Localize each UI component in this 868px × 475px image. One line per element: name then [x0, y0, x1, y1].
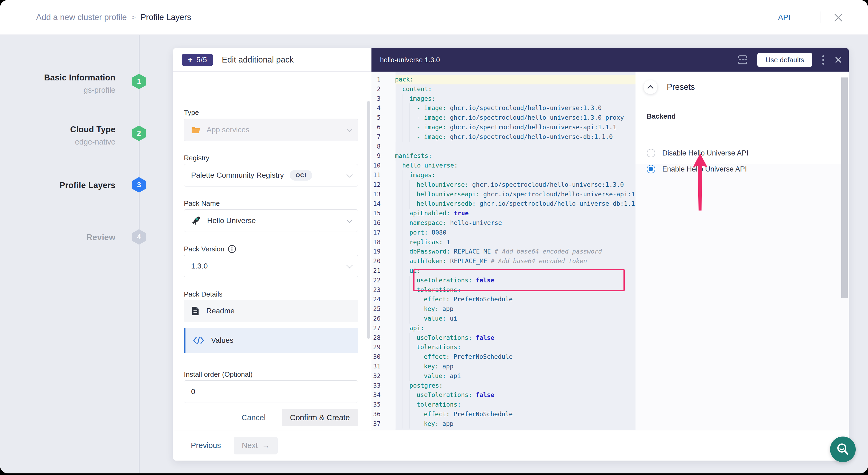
more-options-icon[interactable] [821, 54, 825, 66]
line-content: ui: [388, 266, 636, 276]
line-content: effect: PreferNoSchedule [388, 295, 636, 304]
line-content: useTolerations: false [388, 390, 636, 400]
diff-view-icon[interactable] [737, 54, 748, 65]
type-select[interactable]: App services [184, 119, 358, 141]
plus-icon: + [188, 55, 193, 64]
code-line-21: 21ui: [371, 266, 636, 276]
api-link[interactable]: API [778, 0, 790, 35]
line-number: 17 [371, 228, 388, 238]
code-line-34: 34useTolerations: false [371, 390, 636, 400]
step-title: Basic Information [14, 73, 116, 83]
radio-selected-icon[interactable] [647, 165, 655, 173]
pack-details-label: Pack Details [184, 290, 223, 298]
wizard-footer: Previous Next → [173, 430, 849, 461]
line-content: effect: PreferNoSchedule [388, 410, 636, 419]
code-line-2: 2content: [371, 85, 636, 94]
collapse-presets-button[interactable] [644, 80, 657, 94]
line-number: 7 [371, 132, 388, 142]
wizard-stepper: Basic Informationgs-profile1Cloud Typeed… [0, 35, 173, 473]
code-line-33: 33postgres: [371, 381, 636, 390]
line-content: images: [388, 170, 636, 180]
breadcrumb-parent-link[interactable]: Add a new cluster profile [36, 12, 127, 22]
code-line-27: 27api: [371, 323, 636, 333]
line-content: hellouniverse: ghcr.io/spectrocloud/hell… [388, 180, 636, 190]
code-line-26: 26value: ui [371, 314, 636, 323]
yaml-editor[interactable]: 1pack:2content:3images:4- image: ghcr.io… [371, 72, 636, 430]
code-line-28: 28useTolerations: false [371, 333, 636, 343]
pack-version-value: 1.3.0 [191, 262, 208, 271]
line-content: tolerations: [388, 285, 636, 295]
line-content: tolerations: [388, 400, 636, 410]
pack-name-select[interactable]: Hello Universe [184, 210, 358, 232]
pack-version-label-text: Pack Version [184, 245, 224, 253]
registry-select[interactable]: Palette Community Registry OCI [184, 164, 358, 187]
line-number: 3 [371, 94, 388, 104]
line-content: key: app [388, 362, 636, 371]
install-order-input[interactable] [184, 380, 358, 403]
line-number: 13 [371, 190, 388, 199]
line-content: apiEnabled: true [388, 209, 636, 218]
use-defaults-button[interactable]: Use defaults [757, 53, 812, 67]
line-number: 15 [371, 209, 388, 218]
form-scrollbar[interactable] [367, 101, 370, 339]
code-line-32: 32value: api [371, 371, 636, 381]
code-line-3: 3images: [371, 94, 636, 104]
chevron-down-icon [347, 262, 353, 268]
form-header: + 5/5 Edit additional pack [173, 48, 371, 72]
pack-version-select[interactable]: 1.3.0 [184, 255, 358, 277]
pack-form: Type App services Registry Palette Commu… [173, 72, 371, 405]
line-content: - image: ghcr.io/spectrocloud/hello-univ… [388, 103, 636, 113]
code-line-15: 15apiEnabled: true [371, 209, 636, 218]
presets-panel: Presets Backend Disable Hello Universe A… [636, 72, 849, 430]
close-editor-icon[interactable] [834, 56, 842, 64]
tab-values[interactable]: Values [184, 328, 358, 353]
info-icon[interactable] [228, 245, 236, 253]
line-number: 26 [371, 314, 388, 323]
line-number: 10 [371, 161, 388, 170]
pack-count-badge: + 5/5 [182, 54, 213, 66]
line-content: pack: [388, 75, 636, 85]
line-content: value: api [388, 371, 636, 381]
rocket-icon [191, 215, 201, 226]
chevron-down-icon [347, 171, 353, 178]
code-line-23: 23tolerations: [371, 285, 636, 295]
code-line-24: 24effect: PreferNoSchedule [371, 295, 636, 304]
line-number: 16 [371, 218, 388, 228]
code-line-22: 22useTolerations: false [371, 276, 636, 285]
support-search-fab[interactable] [830, 437, 856, 462]
pack-count: 5/5 [196, 56, 207, 64]
presets-divider [636, 102, 849, 102]
line-content: api: [388, 323, 636, 333]
folder-icon [191, 126, 201, 134]
chevron-down-icon [347, 217, 353, 223]
code-line-11: 11images: [371, 170, 636, 180]
line-content: images: [388, 94, 636, 104]
line-number: 18 [371, 238, 388, 247]
step-badge-2[interactable]: 2 [132, 126, 146, 141]
step-title: Review [14, 233, 116, 242]
code-icon [193, 336, 204, 344]
tab-readme[interactable]: Readme [184, 300, 358, 322]
modal-scrollbar[interactable] [841, 77, 848, 298]
line-content: replicas: 1 [388, 238, 636, 247]
line-content: effect: PreferNoSchedule [388, 352, 636, 362]
line-content: hellouniverseapi: ghcr.io/spectrocloud/h… [388, 190, 636, 199]
radio-unselected-icon[interactable] [647, 149, 655, 157]
previous-button[interactable]: Previous [191, 441, 221, 450]
step-subtitle: edge-native [14, 137, 116, 147]
next-button-label: Next [242, 441, 258, 450]
step-badge-3[interactable]: 3 [132, 177, 146, 193]
pack-name-value: Hello Universe [207, 216, 256, 225]
code-line-16: 16namespace: hello-universe [371, 218, 636, 228]
modal-title: Edit additional pack [222, 48, 294, 72]
cancel-button[interactable]: Cancel [242, 413, 266, 422]
values-tab-label: Values [211, 336, 234, 345]
confirm-create-button[interactable]: Confirm & Create [282, 409, 358, 426]
next-button[interactable]: Next → [234, 437, 278, 454]
step-badge-4[interactable]: 4 [132, 229, 146, 245]
chevron-down-icon [347, 126, 353, 132]
readme-tab-label: Readme [206, 307, 235, 315]
type-label: Type [184, 108, 199, 117]
close-wizard-icon[interactable] [833, 12, 843, 23]
step-badge-1[interactable]: 1 [132, 74, 146, 89]
